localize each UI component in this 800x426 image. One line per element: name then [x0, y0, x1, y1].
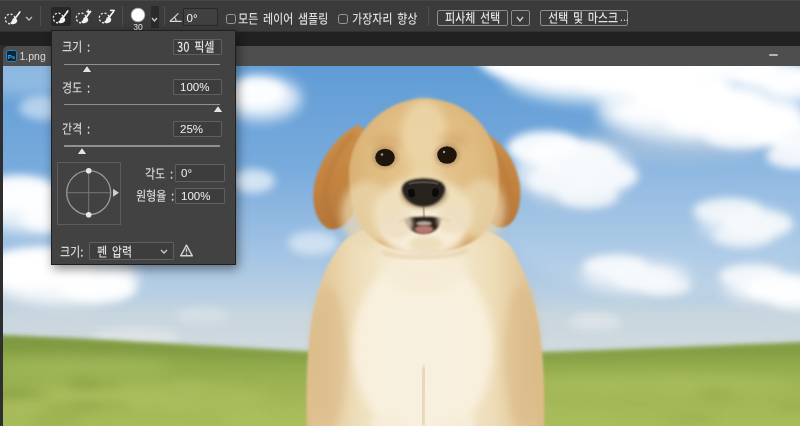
svg-text:Ps: Ps [8, 54, 16, 60]
